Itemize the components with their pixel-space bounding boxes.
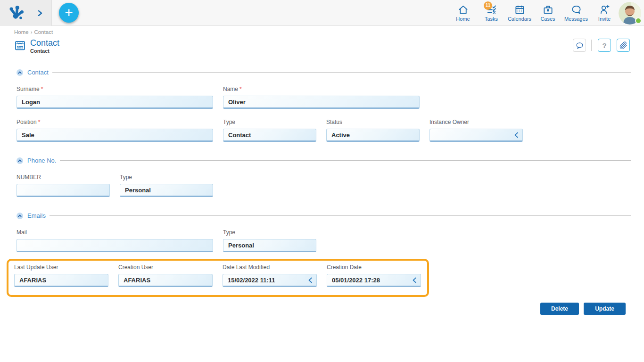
section-divider bbox=[60, 160, 631, 161]
mail-input[interactable] bbox=[17, 239, 213, 252]
phone-type-input[interactable] bbox=[120, 184, 213, 197]
main-content: Home›Contact Contact Contact bbox=[0, 29, 644, 315]
nav-label: Calendars bbox=[508, 16, 531, 22]
field-contact-type: Type bbox=[223, 119, 316, 142]
breadcrumb: Home›Contact bbox=[14, 29, 644, 35]
comments-button[interactable] bbox=[573, 39, 586, 52]
contact-card-icon bbox=[14, 39, 26, 53]
nav-label: Invite bbox=[598, 16, 611, 22]
section-header-phone: Phone No. bbox=[17, 157, 631, 164]
nav-item-invite[interactable]: Invite bbox=[590, 0, 619, 26]
field-instance-owner: Instance Owner bbox=[429, 119, 523, 142]
title-block: Contact Contact bbox=[30, 39, 59, 54]
instance-owner-input[interactable] bbox=[429, 129, 523, 142]
delete-button[interactable]: Delete bbox=[540, 303, 579, 315]
breadcrumb-home[interactable]: Home bbox=[14, 29, 29, 35]
field-last-update-user: Last Update User bbox=[14, 264, 108, 287]
nav-item-messages[interactable]: Messages bbox=[562, 0, 590, 26]
section-divider bbox=[52, 72, 631, 73]
page-header: Contact Contact ? bbox=[14, 39, 630, 54]
nav-item-cases[interactable]: Cases bbox=[534, 0, 562, 26]
status-input[interactable] bbox=[326, 129, 420, 142]
field-position: Position* bbox=[17, 119, 213, 142]
field-name: Name* bbox=[223, 86, 420, 109]
position-input[interactable] bbox=[17, 129, 213, 142]
nav-label: Home bbox=[456, 16, 470, 22]
field-label: Mail bbox=[17, 229, 213, 236]
section-title: Phone No. bbox=[27, 157, 56, 164]
field-label: Position* bbox=[17, 119, 213, 125]
top-navigation: Home 11 Tasks bbox=[449, 0, 619, 26]
field-label: Creation User bbox=[118, 264, 213, 271]
home-icon bbox=[458, 4, 469, 15]
sidebar-expand-icon[interactable] bbox=[37, 10, 43, 16]
field-mail-type: Type bbox=[223, 229, 316, 252]
help-button[interactable]: ? bbox=[598, 39, 611, 52]
creation-user-input[interactable] bbox=[118, 274, 213, 287]
nav-label: Tasks bbox=[485, 16, 498, 22]
section-header-emails: Emails bbox=[17, 212, 631, 219]
field-label: Type bbox=[120, 174, 213, 181]
phone-number-input[interactable] bbox=[17, 184, 110, 197]
briefcase-icon bbox=[543, 4, 553, 15]
actions-divider bbox=[591, 40, 592, 51]
logo-panel bbox=[0, 0, 52, 26]
add-record-button[interactable]: + bbox=[59, 3, 79, 23]
field-surname: Surname* bbox=[17, 86, 213, 109]
name-input[interactable] bbox=[223, 96, 420, 109]
field-date-last-modified: Date Last Modified bbox=[223, 264, 317, 287]
page-actions: ? bbox=[573, 39, 630, 52]
page-subtitle: Contact bbox=[30, 48, 59, 54]
nav-label: Cases bbox=[540, 16, 555, 22]
date-last-modified-input[interactable] bbox=[223, 274, 317, 287]
app-logo-icon[interactable] bbox=[8, 5, 25, 22]
form-row: Mail Type bbox=[17, 229, 631, 252]
collapse-emails-button[interactable] bbox=[17, 213, 23, 219]
field-label: Surname* bbox=[17, 86, 213, 92]
invite-user-icon bbox=[599, 4, 610, 15]
field-label: Creation Date bbox=[327, 264, 421, 271]
field-creation-date: Creation Date bbox=[327, 264, 421, 287]
form-row: Surname* Name* bbox=[17, 86, 631, 109]
breadcrumb-current: Contact bbox=[34, 29, 53, 35]
last-update-user-input[interactable] bbox=[14, 274, 108, 287]
required-marker: * bbox=[41, 86, 43, 92]
mail-type-input[interactable] bbox=[223, 239, 316, 252]
nav-item-home[interactable]: Home bbox=[449, 0, 477, 26]
field-label: Instance Owner bbox=[429, 119, 523, 125]
nav-item-tasks[interactable]: 11 Tasks bbox=[477, 0, 505, 26]
nav-item-calendars[interactable]: Calendars bbox=[505, 0, 534, 26]
tasks-badge: 11 bbox=[484, 1, 492, 10]
contact-form: Contact Surname* Name* Position* Type bbox=[0, 69, 644, 315]
field-phone-number: NUMBER bbox=[17, 174, 110, 197]
collapse-contact-button[interactable] bbox=[17, 69, 23, 76]
required-marker: * bbox=[239, 86, 242, 92]
field-label: Name* bbox=[223, 86, 420, 92]
collapse-phone-button[interactable] bbox=[17, 157, 23, 164]
field-label: Date Last Modified bbox=[223, 264, 317, 271]
form-actions: Delete Update bbox=[17, 303, 631, 315]
field-status: Status bbox=[326, 119, 420, 142]
attachments-button[interactable] bbox=[617, 39, 630, 52]
required-marker: * bbox=[38, 119, 41, 125]
contact-type-input[interactable] bbox=[223, 129, 316, 142]
field-label: Status bbox=[326, 119, 420, 125]
calendar-icon bbox=[514, 4, 525, 15]
section-title: Emails bbox=[27, 212, 46, 219]
section-header-contact: Contact bbox=[17, 69, 631, 76]
page-title: Contact bbox=[30, 39, 59, 48]
section-title: Contact bbox=[27, 69, 49, 76]
user-avatar[interactable] bbox=[619, 2, 641, 25]
question-mark-icon: ? bbox=[602, 41, 606, 49]
creation-date-input[interactable] bbox=[327, 274, 421, 287]
form-row: Last Update User Creation User Date Last… bbox=[14, 264, 421, 287]
surname-input[interactable] bbox=[17, 96, 213, 109]
section-divider bbox=[50, 215, 631, 216]
update-button[interactable]: Update bbox=[584, 303, 626, 315]
breadcrumb-separator: › bbox=[31, 29, 33, 35]
field-mail: Mail bbox=[17, 229, 213, 252]
field-label: Last Update User bbox=[14, 264, 108, 271]
message-bubble-icon bbox=[571, 4, 582, 15]
audit-highlight-box: Last Update User Creation User Date Last… bbox=[7, 259, 429, 297]
form-row: NUMBER Type bbox=[17, 174, 631, 197]
